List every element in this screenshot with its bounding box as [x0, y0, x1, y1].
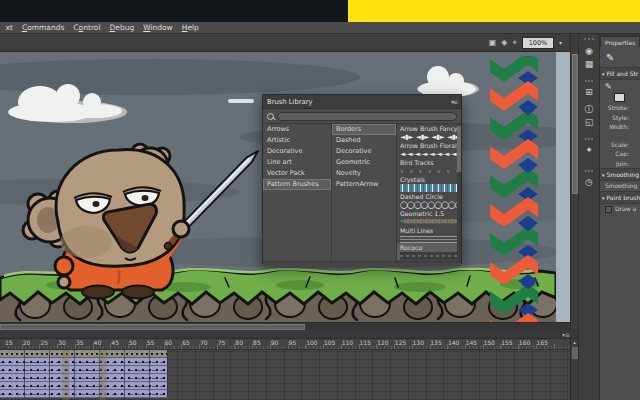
info-panel-icon[interactable]: ⓘ [585, 103, 594, 116]
frame-number: 80 [235, 339, 253, 349]
property-label: Width: [600, 122, 640, 132]
brush-item[interactable]: Crystals [397, 175, 461, 192]
brush-library-panel: Brush Library ▾≡ Arrows Artistic Decorat… [262, 94, 462, 264]
edit-scene-icon[interactable]: ▣ [489, 39, 497, 47]
disclosure-triangle-icon: ▾ [602, 172, 605, 178]
timeline-layer-row[interactable] [0, 382, 168, 390]
brush-item[interactable]: Arrow Brush Floral ◄-◄-◄-◄-◄-◄-◄-◄ [397, 141, 461, 158]
brush-search-input[interactable] [277, 112, 457, 121]
frame-number: 60 [164, 339, 182, 349]
brush-category-list: Arrows Artistic Decorative Line art Vect… [263, 124, 332, 261]
brush-item[interactable]: Multi Lines [397, 226, 461, 243]
brush-category-item[interactable]: Vector Pack [263, 168, 331, 179]
frame-tint-column [99, 350, 107, 400]
frame-number: 30 [58, 339, 76, 349]
timeline-frame-ruler[interactable]: 1520253035404550556065707580859095100105… [0, 339, 570, 350]
koala-left-foot [82, 286, 114, 299]
brush-item[interactable]: Arrow Brush Fancy 2 ◄▮► ◄▮► ◄▮► ◄▮► [397, 124, 461, 141]
frame-number: 130 [413, 339, 431, 349]
timeline-layer-row[interactable] [0, 390, 168, 398]
brush-item[interactable]: Samoan ∧∧∧∧∧∧∧ [397, 260, 461, 261]
frame-number: 135 [430, 339, 448, 349]
zoom-level-select[interactable]: 100% [522, 37, 554, 49]
frame-number: 20 [23, 339, 41, 349]
color-panel-icon[interactable]: ◉ [585, 45, 593, 58]
smoothing-label: Smoothing [600, 181, 640, 191]
menu-item[interactable]: Commands [17, 23, 68, 32]
brush-subcategory-item[interactable]: Dashed [332, 135, 396, 146]
motion-presets-panel-icon[interactable]: ✦ [585, 138, 593, 161]
timeline-layer-row[interactable] [0, 366, 168, 374]
timeline-menu-icon[interactable]: ▾≡ [562, 331, 570, 338]
center-frame-icon[interactable]: ⌖ [512, 39, 517, 47]
frame-number: 50 [129, 339, 147, 349]
brush-item[interactable]: Dashed Circle ◯◯◯◯◯◯◯◯◯◯ [397, 192, 461, 209]
stage-horizontal-scrollbar[interactable] [0, 322, 570, 330]
frame-number: 150 [483, 339, 501, 349]
timeline-frames-grid[interactable] [0, 350, 570, 400]
brush-category-item[interactable]: Arrows [263, 124, 331, 135]
fill-stroke-section-header[interactable]: ▾ Fill and Str [600, 67, 640, 80]
frame-number: 85 [253, 339, 271, 349]
menu-item[interactable]: Debug [105, 23, 139, 32]
zoom-dropdown-arrow-icon[interactable]: ▾ [559, 39, 562, 46]
transform-panel-icon[interactable]: ◱ [585, 116, 594, 129]
draw-as-fill-checkbox[interactable] [605, 206, 612, 213]
brush-item[interactable]: Rococo [397, 243, 461, 260]
stage-toolbar: ▣ ◈ ⌖ 100% ▾ [0, 34, 570, 52]
stroke-color-swatch[interactable] [614, 93, 625, 102]
panel-title: Brush Library [267, 98, 313, 106]
menu-item[interactable]: Control [69, 23, 105, 32]
brush-category-item[interactable]: Pattern Brushes [263, 179, 331, 190]
brush-subcategory-item[interactable]: Geometric [332, 157, 396, 168]
frame-number: 110 [342, 339, 360, 349]
frame-number: 15 [5, 339, 23, 349]
panel-tab[interactable]: Properties [600, 36, 640, 47]
edit-symbol-icon[interactable]: ◈ [501, 39, 507, 47]
history-panel-icon[interactable]: ◷ [585, 170, 593, 193]
brush-subcategory-item[interactable]: Novelty [332, 168, 396, 179]
brush-subcategory-item[interactable]: PatternArrow [332, 179, 396, 190]
menu-item[interactable]: xt [1, 23, 17, 32]
brush-preview-strip: ◄▮► ◄▮► ◄▮► ◄▮► [400, 133, 458, 141]
frame-number: 160 [519, 339, 537, 349]
brush-item[interactable]: Geometric 1.5 <<<<<<<<<<<< [397, 209, 461, 226]
pencil-icon[interactable]: ✎ [605, 82, 612, 91]
paint-brush-section-header[interactable]: ▾ Paint brush [600, 191, 640, 204]
frame-number: 45 [111, 339, 129, 349]
timeline-layer-row[interactable] [0, 350, 168, 358]
brush-subcategory-item[interactable]: Decorative [332, 146, 396, 157]
menu-item[interactable]: Window [139, 23, 178, 32]
menu-item[interactable]: Help [177, 23, 203, 32]
brush-list-scrollbar-thumb[interactable] [457, 126, 461, 172]
dock-grip[interactable] [584, 38, 594, 40]
frame-number: 120 [377, 339, 395, 349]
pattern-brush-stroke[interactable] [490, 56, 538, 322]
menubar: xt Commands Control Debug Window Help [0, 22, 640, 34]
frame-number: 125 [395, 339, 413, 349]
swatches-panel-icon[interactable]: ▦ [585, 58, 594, 71]
brush-item[interactable]: Bird Tracks ∨ ∨ ∨ ∨ ∨ ∨ ∨ ∨ [397, 158, 461, 175]
stage-vertical-scrollbar[interactable] [570, 34, 578, 330]
smoothing-section-header[interactable]: ▾ Smoothing [600, 168, 640, 181]
frame-number: 55 [147, 339, 165, 349]
timeline-vertical-scrollbar[interactable]: ▴ [570, 339, 578, 400]
brush-category-item[interactable]: Decorative [263, 146, 331, 157]
koala-right-paw [173, 221, 189, 237]
frame-number: 75 [218, 339, 236, 349]
brush-category-item[interactable]: Artistic [263, 135, 331, 146]
property-label: Stroke: [600, 103, 640, 113]
timeline-layer-row[interactable] [0, 374, 168, 382]
align-panel-icon[interactable]: ⊞ [585, 80, 593, 103]
timeline-layer-row[interactable] [0, 358, 168, 366]
brush-category-item[interactable]: Line art [263, 157, 331, 168]
brush-library-titlebar[interactable]: Brush Library ▾≡ [263, 95, 461, 109]
brush-search-row [263, 109, 461, 123]
brush-subcategory-item[interactable]: Borders [332, 124, 396, 135]
panel-resize-bar[interactable] [263, 261, 461, 266]
panel-menu-icon[interactable]: ▾≡ [451, 98, 457, 105]
draw-as-fill-row[interactable]: Draw a [600, 204, 640, 214]
koala-right-foot [122, 286, 154, 299]
brush-list-scrollbar[interactable] [457, 124, 461, 261]
scroll-up-arrow-icon[interactable]: ▴ [571, 339, 578, 346]
